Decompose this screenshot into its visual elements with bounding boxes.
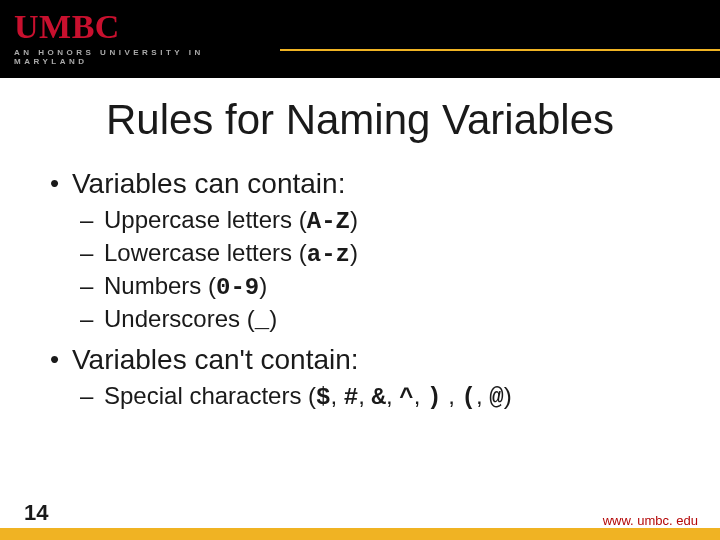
- logo-tagline: AN HONORS UNIVERSITY IN MARYLAND: [14, 48, 280, 66]
- slide: UMBC AN HONORS UNIVERSITY IN MARYLAND Ru…: [0, 0, 720, 540]
- bullet-text: Uppercase letters (: [104, 206, 307, 233]
- footer-url: www. umbc. edu: [603, 513, 698, 528]
- bullet-level2: Underscores (_): [80, 305, 676, 334]
- slide-content: Variables can contain: Uppercase letters…: [44, 168, 676, 411]
- bullet-level1: Variables can't contain:: [44, 344, 676, 376]
- code-span: _: [255, 307, 269, 334]
- bullet-text: ,: [358, 382, 371, 409]
- bullet-text: ): [259, 272, 267, 299]
- footer-bar: [0, 528, 720, 540]
- bullet-level2: Lowercase letters (a-z): [80, 239, 676, 268]
- bullet-level1: Variables can contain:: [44, 168, 676, 200]
- code-span: ): [427, 384, 441, 411]
- bullet-text: Special characters (: [104, 382, 316, 409]
- bullet-text: ,: [386, 382, 399, 409]
- code-span: ^: [399, 384, 413, 411]
- code-span: A-Z: [307, 208, 350, 235]
- bullet-level2: Uppercase letters (A-Z): [80, 206, 676, 235]
- bullet-text: ): [504, 382, 512, 409]
- bullet-text: Numbers (: [104, 272, 216, 299]
- logo-text: UMBC: [14, 8, 280, 46]
- page-number: 14: [24, 500, 48, 526]
- bullet-text: Underscores (: [104, 305, 255, 332]
- logo: UMBC AN HONORS UNIVERSITY IN MARYLAND: [14, 8, 280, 66]
- code-span: (: [462, 384, 476, 411]
- bullet-text: Lowercase letters (: [104, 239, 307, 266]
- bullet-text: ): [269, 305, 277, 332]
- bullet-text: ,: [414, 382, 427, 409]
- bullet-text: ,: [331, 382, 344, 409]
- bullet-level2: Numbers (0-9): [80, 272, 676, 301]
- bullet-text: ,: [476, 382, 489, 409]
- bullet-text: ,: [442, 382, 462, 409]
- slide-title: Rules for Naming Variables: [0, 96, 720, 144]
- code-span: @: [489, 384, 503, 411]
- header-bar: UMBC AN HONORS UNIVERSITY IN MARYLAND: [0, 0, 720, 78]
- footer: 14 www. umbc. edu: [0, 522, 720, 540]
- code-span: $: [316, 384, 330, 411]
- code-span: a-z: [307, 241, 350, 268]
- code-span: #: [344, 384, 358, 411]
- bullet-text: ): [350, 239, 358, 266]
- bullet-level2: Special characters ($, #, &, ^, ) , (, @…: [80, 382, 676, 411]
- code-span: &: [372, 384, 386, 411]
- bullet-text: ): [350, 206, 358, 233]
- logo-background: UMBC AN HONORS UNIVERSITY IN MARYLAND: [0, 0, 280, 78]
- code-span: 0-9: [216, 274, 259, 301]
